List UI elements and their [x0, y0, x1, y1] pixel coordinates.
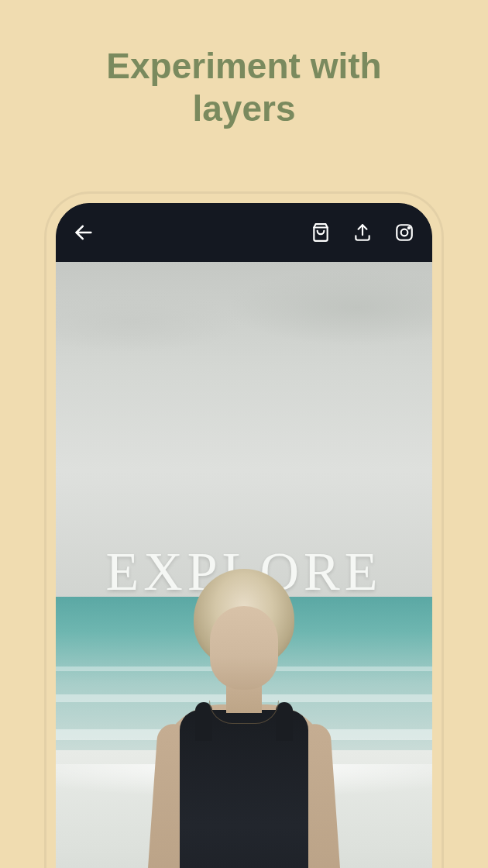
svg-point-5 — [408, 227, 410, 229]
phone-screen: EXPLORE — [56, 203, 432, 868]
instagram-button[interactable] — [392, 220, 417, 245]
back-button[interactable] — [71, 220, 96, 245]
headline-line-1: Experiment with — [0, 45, 488, 88]
person-top — [180, 710, 308, 868]
arrow-left-icon — [73, 222, 95, 243]
upload-icon — [352, 222, 373, 243]
person-face — [210, 606, 278, 690]
cloud-shape — [225, 269, 432, 346]
share-button[interactable] — [350, 220, 375, 245]
promo-headline: Experiment with layers — [0, 0, 488, 161]
toolbar-left — [71, 220, 96, 245]
instagram-icon — [394, 222, 414, 243]
svg-point-4 — [401, 229, 408, 236]
shopping-bag-icon — [311, 222, 331, 243]
toolbar-right — [308, 220, 417, 245]
headline-line-2: layers — [0, 88, 488, 130]
shop-button[interactable] — [308, 220, 333, 245]
phone-mockup: EXPLORE — [46, 194, 442, 868]
editor-toolbar — [56, 203, 432, 262]
editor-canvas[interactable]: EXPLORE — [56, 262, 432, 868]
subject-layer[interactable] — [151, 569, 337, 868]
cloud-shape — [56, 290, 244, 353]
